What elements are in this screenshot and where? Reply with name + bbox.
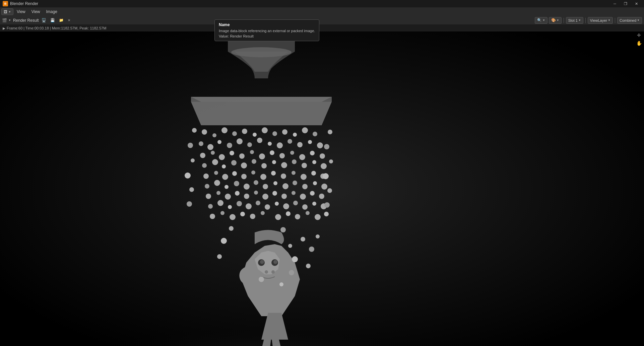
svg-point-123 — [306, 211, 310, 215]
restore-button[interactable]: ❐ — [621, 0, 631, 7]
svg-point-95 — [272, 191, 277, 196]
render-area — [0, 31, 644, 346]
svg-point-20 — [293, 133, 297, 137]
separator3 — [615, 18, 615, 23]
svg-point-147 — [289, 270, 294, 275]
pan-tool-button[interactable]: ✋ — [635, 40, 643, 47]
svg-point-55 — [261, 163, 267, 168]
svg-point-10 — [271, 270, 275, 274]
blender-icon: B — [3, 1, 8, 6]
folder-button[interactable]: 📁 — [58, 17, 65, 24]
svg-point-146 — [217, 254, 222, 259]
svg-point-131 — [187, 201, 192, 207]
slot-label: Slot 1 — [568, 18, 578, 22]
combined-selector[interactable]: Combined ▼ — [617, 17, 642, 24]
svg-point-56 — [272, 160, 276, 164]
svg-point-112 — [312, 202, 316, 206]
svg-point-36 — [200, 153, 205, 158]
svg-point-61 — [321, 163, 327, 169]
render-scene — [0, 31, 644, 346]
save-button[interactable]: 💾 — [49, 17, 56, 24]
svg-point-46 — [299, 154, 305, 160]
right-tools: ✛ ✋ — [635, 31, 643, 47]
svg-point-15 — [242, 129, 247, 134]
svg-point-68 — [260, 174, 266, 180]
render-result-selector[interactable]: 🎬 ▼ Render Result — [2, 18, 39, 23]
svg-point-141 — [292, 256, 298, 262]
svg-point-60 — [312, 160, 316, 164]
menu-image[interactable]: Image — [44, 8, 60, 15]
svg-point-102 — [217, 200, 223, 206]
svg-point-71 — [292, 171, 296, 175]
svg-point-52 — [231, 160, 237, 165]
svg-point-103 — [228, 205, 232, 209]
header-close-button[interactable]: ✕ — [66, 18, 72, 23]
svg-point-140 — [288, 244, 292, 248]
svg-point-92 — [244, 194, 249, 199]
cursor-tool-button[interactable]: ✛ — [635, 31, 643, 39]
svg-point-143 — [309, 247, 314, 252]
svg-point-142 — [301, 237, 305, 241]
camera-button[interactable]: 🖥️ — [40, 17, 48, 24]
svg-point-96 — [281, 194, 287, 199]
tooltip-name-label: Name — [219, 22, 315, 27]
svg-point-121 — [286, 211, 291, 216]
svg-point-130 — [189, 187, 194, 192]
view-layer-selector[interactable]: ViewLayer ▼ — [588, 17, 613, 24]
svg-point-91 — [235, 191, 240, 196]
separator — [564, 18, 564, 23]
svg-point-25 — [217, 140, 221, 144]
svg-point-144 — [316, 234, 320, 238]
svg-point-88 — [206, 194, 211, 199]
zoom-level-dropdown[interactable]: 🔍 ▼ — [535, 17, 548, 24]
svg-point-111 — [302, 204, 308, 210]
svg-point-81 — [263, 184, 268, 189]
svg-point-138 — [229, 226, 234, 231]
camera-icon: 🖥️ — [42, 18, 46, 22]
svg-point-16 — [253, 133, 257, 137]
tooltip-description: Image data-block referencing an external… — [219, 28, 315, 33]
svg-point-18 — [272, 131, 277, 136]
menu-view2[interactable]: View — [29, 8, 43, 15]
svg-point-39 — [230, 151, 234, 155]
svg-point-65 — [232, 171, 237, 176]
svg-point-51 — [222, 164, 226, 168]
svg-point-72 — [301, 174, 307, 180]
svg-point-120 — [275, 214, 281, 220]
svg-point-58 — [292, 159, 297, 164]
combined-label: Combined — [620, 18, 636, 22]
tooltip: Name Image data-block referencing an ext… — [214, 19, 319, 41]
svg-point-108 — [275, 202, 279, 206]
tooltip-value: Value: Render Result — [219, 34, 315, 38]
slot-selector[interactable]: Slot 1 ▼ — [566, 17, 583, 24]
svg-point-44 — [279, 153, 285, 158]
svg-point-69 — [271, 171, 276, 176]
svg-point-40 — [239, 153, 245, 159]
expand-icon[interactable]: ▶ — [3, 26, 5, 30]
svg-point-109 — [283, 203, 289, 209]
svg-point-59 — [302, 163, 307, 168]
minimize-button[interactable]: ─ — [610, 0, 620, 7]
svg-point-80 — [254, 180, 258, 185]
svg-point-43 — [270, 150, 274, 155]
svg-point-11 — [202, 129, 207, 135]
svg-point-106 — [256, 201, 260, 205]
svg-point-119 — [261, 211, 265, 215]
chevron-down-icon: ▼ — [8, 19, 11, 22]
menu-view[interactable]: View — [14, 8, 28, 15]
svg-point-98 — [300, 194, 306, 200]
svg-point-132 — [328, 130, 332, 134]
svg-point-136 — [327, 188, 332, 193]
svg-point-85 — [302, 184, 308, 189]
editor-type-button[interactable]: 🖼 ▼ — [1, 8, 13, 15]
svg-point-23 — [199, 141, 203, 146]
svg-point-50 — [212, 159, 218, 165]
svg-point-118 — [250, 214, 255, 219]
close-button[interactable]: ✕ — [631, 0, 641, 7]
zoom-icon: 🔍 — [537, 18, 542, 22]
svg-point-145 — [221, 238, 227, 244]
svg-point-76 — [214, 180, 220, 186]
svg-point-41 — [250, 150, 254, 154]
svg-point-84 — [293, 181, 297, 185]
display-mode-dropdown[interactable]: 🎨 ▼ — [549, 17, 562, 24]
